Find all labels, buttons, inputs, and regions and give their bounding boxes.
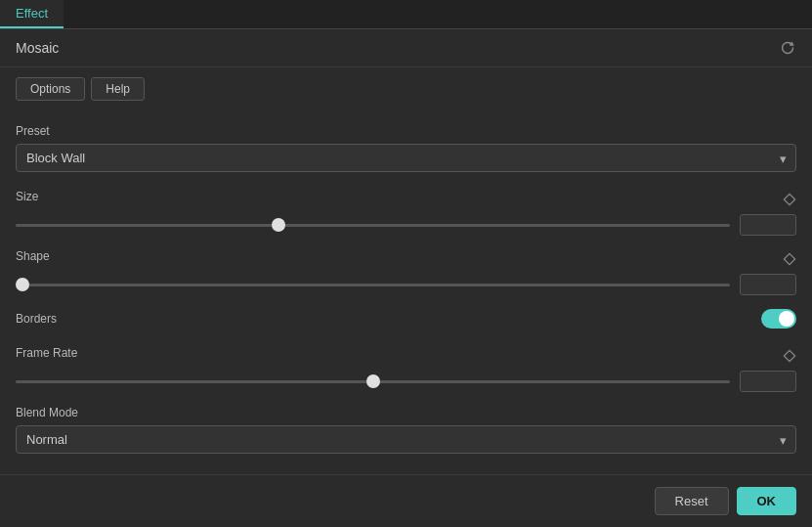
shape-diamond-icon[interactable] — [783, 252, 796, 266]
tab-bar: Effect — [0, 0, 812, 29]
preset-row: Preset Block Wall Hexagon Circle Triangl… — [16, 124, 796, 172]
preset-dropdown[interactable]: Block Wall Hexagon Circle Triangle Diamo… — [16, 144, 796, 172]
borders-toggle-track — [761, 309, 796, 329]
footer: Reset OK — [0, 474, 812, 527]
tab-effect[interactable]: Effect — [0, 0, 64, 28]
sub-tab-options[interactable]: Options — [16, 77, 85, 101]
framerate-section: Frame Rate 30 — [16, 346, 796, 392]
preset-dropdown-wrapper: Block Wall Hexagon Circle Triangle Diamo… — [16, 144, 796, 172]
framerate-input[interactable]: 30 — [740, 371, 796, 392]
size-input[interactable]: 36.5 — [740, 214, 796, 236]
sub-tab-help[interactable]: Help — [91, 77, 145, 101]
blendmode-dropdown-wrapper: Normal Multiply Screen Overlay Darken Li… — [16, 425, 796, 454]
size-slider[interactable] — [16, 224, 730, 227]
shape-input[interactable]: 0 — [740, 274, 796, 295]
borders-row: Borders — [16, 309, 796, 329]
framerate-diamond-icon[interactable] — [783, 349, 796, 363]
svg-rect-2 — [784, 350, 794, 361]
effect-title: Mosaic — [16, 40, 59, 56]
svg-rect-1 — [784, 253, 794, 264]
size-label: Size — [16, 190, 38, 203]
framerate-label: Frame Rate — [16, 346, 77, 360]
reset-icon[interactable] — [779, 39, 796, 57]
content-area: Preset Block Wall Hexagon Circle Triangl… — [0, 110, 812, 485]
shape-slider[interactable] — [16, 284, 730, 286]
size-section: Size 36.5 — [16, 190, 796, 236]
blendmode-row: Blend Mode Normal Multiply Screen Overla… — [16, 406, 796, 454]
preset-label: Preset — [16, 124, 796, 138]
ok-button[interactable]: OK — [737, 487, 797, 515]
framerate-slider[interactable] — [16, 380, 730, 383]
sub-tab-bar: Options Help — [0, 67, 812, 110]
shape-section: Shape 0 — [16, 249, 796, 295]
svg-rect-0 — [784, 194, 794, 204]
reset-button[interactable]: Reset — [655, 487, 729, 515]
shape-label: Shape — [16, 249, 50, 263]
size-diamond-icon[interactable] — [783, 193, 796, 206]
borders-toggle[interactable] — [761, 309, 796, 329]
borders-label: Borders — [16, 312, 57, 326]
blendmode-dropdown[interactable]: Normal Multiply Screen Overlay Darken Li… — [16, 425, 796, 454]
title-bar: Mosaic — [0, 29, 812, 67]
blendmode-label: Blend Mode — [16, 406, 796, 419]
